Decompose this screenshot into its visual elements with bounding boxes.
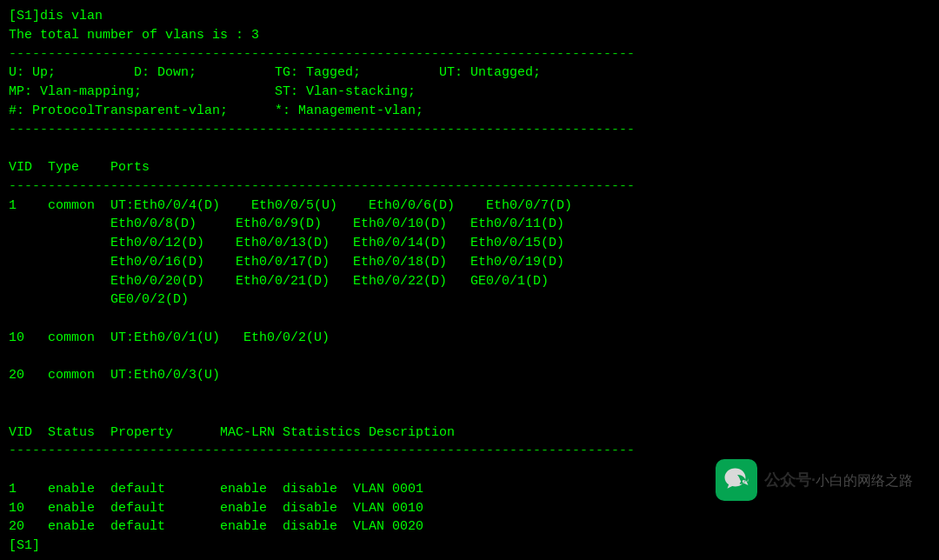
watermark: 公众号·小白的网络之路 — [716, 459, 913, 501]
separator-2: ----------------------------------------… — [9, 121, 930, 140]
prompt-end: [S1] — [9, 537, 930, 556]
blank-4 — [9, 385, 930, 404]
legend-2: MP: Vlan-mapping; ST: Vlan-stacking; — [9, 83, 930, 102]
vlan1-ports-line1: 1 common UT:Eth0/0/4(D) Eth0/0/5(U) Eth0… — [9, 197, 930, 216]
table-header-1: VID Type Ports — [9, 158, 930, 177]
terminal-window: [S1]dis vlan The total number of vlans i… — [9, 7, 930, 553]
vlan10-status: 10 enable default enable disable VLAN 00… — [9, 499, 930, 518]
blank-5 — [9, 404, 930, 423]
total-vlans: The total number of vlans is : 3 — [9, 26, 930, 45]
vlan1-ports-line2: Eth0/0/8(D) Eth0/0/9(D) Eth0/0/10(D) Eth… — [9, 215, 930, 234]
separator-1: ----------------------------------------… — [9, 45, 930, 64]
wechat-icon — [716, 459, 757, 501]
legend-1: U: Up; D: Down; TG: Tagged; UT: Untagged… — [9, 63, 930, 83]
watermark-text: 公众号·小白的网络之路 — [764, 470, 913, 490]
legend-3: #: ProtocolTransparent-vlan; *: Manageme… — [9, 102, 930, 121]
vlan20-status: 20 enable default enable disable VLAN 00… — [9, 517, 930, 537]
separator-4: ----------------------------------------… — [9, 442, 930, 461]
wechat-logo-svg — [721, 464, 752, 496]
watermark-account: 小白的网络之路 — [816, 473, 913, 488]
vlan20-ports-line1: 20 common UT:Eth0/0/3(U) — [9, 366, 930, 385]
vlan1-ports-line6: GE0/0/2(D) — [9, 290, 930, 310]
prompt-start: [S1]dis vlan — [9, 7, 930, 26]
blank-2 — [9, 310, 930, 329]
table-header-2: VID Status Property MAC-LRN Statistics D… — [9, 423, 930, 443]
vlan1-ports-line4: Eth0/0/16(D) Eth0/0/17(D) Eth0/0/18(D) E… — [9, 253, 930, 272]
separator-3: ----------------------------------------… — [9, 177, 930, 197]
blank-1 — [9, 139, 930, 158]
vlan1-ports-line3: Eth0/0/12(D) Eth0/0/13(D) Eth0/0/14(D) E… — [9, 234, 930, 253]
vlan10-ports-line1: 10 common UT:Eth0/0/1(U) Eth0/0/2(U) — [9, 329, 930, 348]
blank-3 — [9, 348, 930, 367]
vlan1-ports-line5: Eth0/0/20(D) Eth0/0/21(D) Eth0/0/22(D) G… — [9, 272, 930, 291]
